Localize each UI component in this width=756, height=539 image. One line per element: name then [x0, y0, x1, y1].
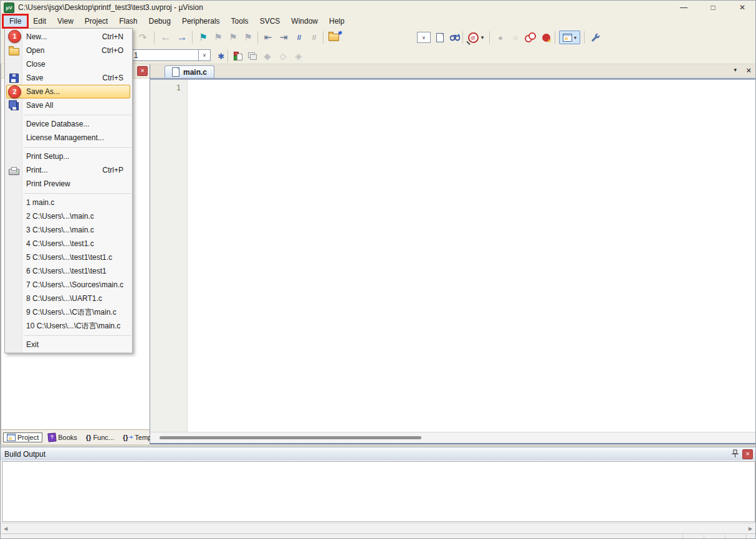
- line-number-gutter: 1: [150, 80, 188, 432]
- navigate-forward-icon[interactable]: →: [175, 30, 189, 45]
- build-output-header: Build Output ✕: [1, 447, 755, 460]
- menu-peripherals[interactable]: Peripherals: [176, 14, 226, 28]
- scrollbar-thumb[interactable]: [160, 436, 421, 439]
- menu-svcs[interactable]: SVCS: [254, 14, 286, 28]
- tab-project[interactable]: Project: [3, 432, 42, 442]
- pin-icon[interactable]: [732, 449, 739, 459]
- menu-item-recent-2[interactable]: 2 C:\Users\...\main.c: [5, 209, 132, 223]
- enable-disable-breakpoint-icon[interactable]: ○: [508, 30, 523, 45]
- redo-icon[interactable]: ↷: [135, 30, 150, 45]
- build-output-scrollbar[interactable]: ◀ ▶: [1, 523, 755, 533]
- maximize-button[interactable]: □: [709, 3, 717, 12]
- scroll-left-icon[interactable]: ◀: [1, 526, 11, 532]
- menu-view[interactable]: View: [52, 14, 79, 28]
- code-editor[interactable]: 1: [150, 80, 756, 432]
- annotation-step-2: 2: [8, 85, 21, 98]
- save-all-icon: [11, 102, 19, 110]
- menu-item-save[interactable]: Save Ctrl+S: [5, 71, 132, 85]
- open-folder-icon: [9, 48, 19, 55]
- menu-item-new[interactable]: New... Ctrl+N: [5, 30, 132, 44]
- menu-item-recent-7[interactable]: 7 C:\Users\...\Sources\main.c: [5, 278, 132, 292]
- close-button[interactable]: ✕: [738, 3, 747, 12]
- menu-item-print-preview[interactable]: Print Preview: [5, 177, 132, 191]
- menu-item-save-all[interactable]: Save All: [5, 98, 132, 112]
- navigate-back-icon[interactable]: ←: [158, 30, 173, 45]
- options-for-target-icon[interactable]: ✱: [214, 49, 229, 64]
- menu-item-recent-9[interactable]: 9 C:\Users\...\C语言\main.c: [5, 305, 132, 319]
- menu-item-print-setup[interactable]: Print Setup...: [5, 150, 132, 163]
- tab-books[interactable]: Books: [45, 432, 80, 442]
- minimize-button[interactable]: —: [679, 3, 688, 12]
- print-icon: [9, 169, 19, 175]
- clear-bookmarks-icon[interactable]: ⚑: [241, 30, 256, 45]
- disable-all-breakpoints-icon[interactable]: [523, 30, 538, 45]
- tab-list-dropdown-icon[interactable]: ▾: [734, 67, 737, 73]
- comment-selection-icon[interactable]: //: [292, 30, 307, 45]
- menu-debug[interactable]: Debug: [143, 14, 176, 28]
- menu-item-recent-1[interactable]: 1 main.c: [5, 196, 132, 209]
- insert-breakpoint-icon[interactable]: ●: [493, 30, 508, 45]
- menu-bar: File Edit View Project Flash Debug Perip…: [1, 14, 755, 28]
- kill-all-breakpoints-icon[interactable]: [538, 30, 553, 45]
- rebuild-icon[interactable]: ◈: [291, 49, 306, 64]
- menu-item-license-management[interactable]: License Management...: [5, 131, 132, 145]
- menu-edit[interactable]: Edit: [27, 14, 52, 28]
- next-bookmark-icon[interactable]: ⚑: [226, 30, 241, 45]
- templates-icon: {}: [123, 434, 128, 441]
- tab-main-c[interactable]: main.c: [165, 65, 214, 78]
- translate-icon[interactable]: ◆: [260, 49, 275, 64]
- project-window-icon: [7, 434, 16, 441]
- uncomment-selection-icon[interactable]: //: [307, 30, 322, 45]
- editor-horizontal-scrollbar[interactable]: [150, 432, 756, 443]
- menu-window[interactable]: Window: [285, 14, 323, 28]
- menu-tools[interactable]: Tools: [226, 14, 254, 28]
- menu-item-recent-5[interactable]: 5 C:\Users\...\test1\test1.c: [5, 250, 132, 264]
- close-tab-icon[interactable]: ✕: [746, 67, 752, 75]
- indent-icon[interactable]: ⇥: [276, 30, 291, 45]
- configure-folder-icon[interactable]: ✱: [326, 30, 341, 45]
- code-area[interactable]: [188, 80, 756, 432]
- menu-item-recent-6[interactable]: 6 C:\Users\...\test1\test1: [5, 264, 132, 278]
- menu-item-open[interactable]: Open Ctrl+O: [5, 44, 132, 57]
- toggle-bookmark-icon[interactable]: ⚑: [196, 30, 211, 45]
- menu-item-device-database[interactable]: Device Database...: [5, 117, 132, 131]
- build-output-close-icon[interactable]: ✕: [742, 449, 753, 459]
- functions-icon: {}: [86, 434, 92, 441]
- find-in-files-icon[interactable]: [433, 30, 447, 45]
- menu-flash[interactable]: Flash: [113, 14, 143, 28]
- menu-help[interactable]: Help: [323, 14, 350, 28]
- find-dropdown-caret[interactable]: ▾: [478, 30, 487, 45]
- editor-tab-bar: main.c ▾ ✕: [150, 64, 756, 78]
- batch-build-icon[interactable]: [245, 49, 260, 64]
- panel-tab-bar: Project Books {} Func... {} ➜ Temp...: [1, 429, 150, 444]
- file-menu-dropdown: 1 New... Ctrl+N Open Ctrl+O Close Save C…: [4, 28, 133, 353]
- previous-bookmark-icon[interactable]: ⚑: [211, 30, 226, 45]
- target-dropdown-icon[interactable]: ∨: [198, 50, 210, 60]
- unindent-icon[interactable]: ⇤: [261, 30, 275, 45]
- menu-item-print[interactable]: Print... Ctrl+P: [5, 163, 132, 177]
- annotation-step-1: 1: [8, 30, 21, 43]
- menu-item-recent-10[interactable]: 10 C:\Users\...\C语言\main.c: [5, 319, 132, 333]
- build-output-content[interactable]: [2, 461, 755, 522]
- tab-functions[interactable]: {} Func...: [83, 433, 117, 442]
- search-text-combobox[interactable]: ∨: [417, 32, 431, 43]
- menu-item-exit[interactable]: Exit: [5, 338, 132, 351]
- uvision-window: µV C:\Users\jsgx\Desktop\printf_test3\te…: [0, 0, 756, 539]
- menu-item-recent-8[interactable]: 8 C:\Users\...\UART1.c: [5, 292, 132, 305]
- menu-item-recent-3[interactable]: 3 C:\Users\...\main.c: [5, 223, 132, 237]
- menu-file[interactable]: File: [3, 14, 27, 28]
- menu-item-close[interactable]: Close: [5, 57, 132, 71]
- books-icon: [48, 432, 57, 442]
- scroll-right-icon[interactable]: ▶: [745, 526, 755, 532]
- menu-item-save-as[interactable]: 2 Save As...: [5, 85, 132, 98]
- project-panel-close-icon[interactable]: ✕: [137, 66, 148, 76]
- find-icon[interactable]: [447, 30, 462, 45]
- menu-project[interactable]: Project: [79, 14, 113, 28]
- download-to-flash-icon[interactable]: [231, 49, 246, 64]
- title-bar: µV C:\Users\jsgx\Desktop\printf_test3\te…: [1, 1, 755, 14]
- menu-item-recent-4[interactable]: 4 C:\Users\...\test1.c: [5, 237, 132, 250]
- configure-wrench-icon[interactable]: [587, 30, 602, 45]
- window-title: C:\Users\jsgx\Desktop\printf_test3\test3…: [18, 3, 203, 12]
- build-icon[interactable]: ◇: [275, 49, 290, 64]
- project-window-toggle-icon[interactable]: ▾: [559, 31, 580, 44]
